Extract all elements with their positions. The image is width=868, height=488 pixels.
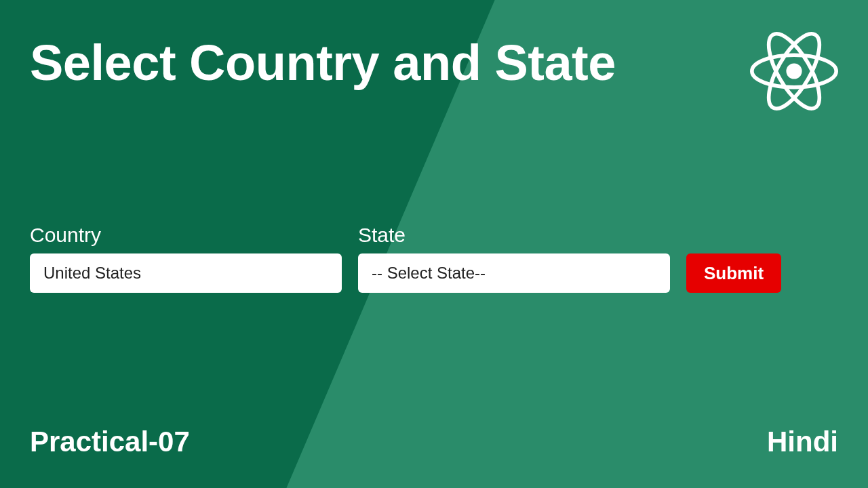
svg-point-0 bbox=[786, 63, 802, 79]
footer-left-label: Practical-07 bbox=[30, 426, 190, 458]
footer-right-label: Hindi bbox=[767, 426, 838, 458]
country-select-value: United States bbox=[43, 264, 141, 283]
state-select-value: -- Select State-- bbox=[372, 264, 486, 283]
form-row: Country United States State -- Select St… bbox=[30, 224, 781, 293]
page-title: Select Country and State bbox=[30, 34, 616, 92]
country-select[interactable]: United States bbox=[30, 253, 342, 293]
submit-button[interactable]: Submit bbox=[686, 253, 781, 293]
react-icon bbox=[750, 27, 838, 115]
state-select[interactable]: -- Select State-- bbox=[358, 253, 670, 293]
page-background: Select Country and State Country United … bbox=[0, 0, 868, 488]
state-field: State -- Select State-- bbox=[358, 224, 670, 293]
state-label: State bbox=[358, 224, 670, 247]
country-label: Country bbox=[30, 224, 342, 247]
country-field: Country United States bbox=[30, 224, 342, 293]
